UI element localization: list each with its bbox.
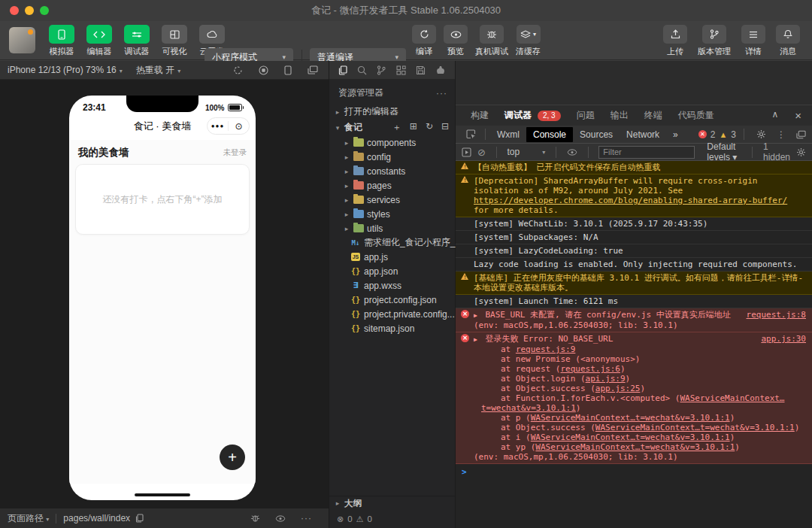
- dock-side-icon[interactable]: [796, 130, 806, 139]
- kebab-menu-icon[interactable]: ⋮: [777, 129, 786, 140]
- devtools-tab-sources[interactable]: Sources: [573, 127, 620, 142]
- user-avatar[interactable]: [9, 27, 35, 53]
- console-prompt[interactable]: >: [456, 464, 812, 480]
- console-source-link[interactable]: request.js:8: [747, 310, 806, 320]
- console-warning[interactable]: [Deprecation] SharedArrayBuffer will req…: [456, 174, 812, 217]
- details-button[interactable]: 详情: [741, 25, 765, 57]
- simulator-toggle-button[interactable]: 模拟器: [45, 25, 78, 57]
- more-icon[interactable]: ···: [436, 88, 447, 99]
- eye-icon[interactable]: [567, 149, 577, 156]
- console-log[interactable]: Lazy code loading is enabled. Only injec…: [456, 258, 812, 272]
- console-link[interactable]: app.js:25: [595, 384, 641, 393]
- hand-icon[interactable]: [435, 65, 446, 74]
- tree-folder-utils[interactable]: ▸ utils: [329, 221, 455, 235]
- clear-cache-button[interactable]: ▾ 清缓存: [516, 25, 541, 57]
- console-link[interactable]: https://developer.chrome.com/blog/enabli…: [474, 196, 787, 205]
- inspect-element-icon[interactable]: [466, 129, 476, 139]
- restart-icon[interactable]: [233, 65, 243, 75]
- console-link[interactable]: request.js:6: [560, 364, 620, 374]
- collapse-all-icon[interactable]: ⊟: [441, 121, 449, 134]
- console-log[interactable]: [system] LazyCodeLoading: true: [456, 244, 812, 258]
- tree-folder-components[interactable]: ▸ components: [329, 135, 455, 150]
- tree-folder-styles[interactable]: ▸ styles: [329, 207, 455, 221]
- refresh-icon[interactable]: ↻: [426, 121, 433, 134]
- tab-problems[interactable]: 问题: [577, 109, 595, 122]
- tree-file-project-private-config[interactable]: {} project.private.config...: [329, 307, 455, 321]
- console-link[interactable]: WAServiceMainContext…t=wechat&v=3.10.1:1: [595, 423, 795, 432]
- tree-folder-pages[interactable]: ▸ pages: [329, 178, 455, 193]
- console-log[interactable]: [system] Launch Time: 6121 ms: [456, 295, 812, 308]
- bug-icon[interactable]: [250, 514, 260, 523]
- project-root-section[interactable]: ▾ 食记 ＋ ⊞ ↻ ⊟: [329, 120, 455, 135]
- tree-file-sitemap-json[interactable]: {} sitemap.json: [329, 321, 455, 335]
- tree-file-project-config[interactable]: {} project.config.json: [329, 293, 455, 307]
- capsule-exit-button[interactable]: ⊙: [229, 121, 249, 132]
- console-settings-gear-icon[interactable]: [796, 147, 806, 157]
- console-link[interactable]: WAServiceMainContext…t=wechat&v=3.10.1:1: [535, 442, 735, 452]
- settings-gear-icon[interactable]: [756, 129, 766, 139]
- save-icon[interactable]: [416, 65, 426, 75]
- outline-section[interactable]: ▸ 大纲: [329, 496, 455, 510]
- expand-triangle-icon[interactable]: ▶: [474, 336, 477, 343]
- capsule-more-button[interactable]: ●●●: [208, 123, 228, 129]
- copy-icon[interactable]: [135, 514, 144, 523]
- expand-triangle-icon[interactable]: ▶: [474, 312, 477, 319]
- tree-file-app-js[interactable]: JS app.js: [329, 250, 455, 264]
- console-error[interactable]: ✕ request.js:8 ▶ BASE_URL 未配置, 请在 config…: [456, 308, 812, 332]
- hot-reload-select[interactable]: 热重载 开▾: [136, 64, 180, 77]
- tree-file-requirements-md[interactable]: M↓ 需求细化_食记小程序_...: [329, 235, 455, 250]
- tab-code-quality[interactable]: 代码质量: [678, 109, 714, 122]
- console-link[interactable]: api.js:9: [586, 374, 626, 384]
- preview-button[interactable]: 预览: [444, 25, 468, 57]
- tab-debugger[interactable]: 调试器: [504, 109, 532, 122]
- tab-build[interactable]: 构建: [471, 109, 489, 122]
- messages-button[interactable]: 消息: [776, 25, 800, 57]
- new-file-icon[interactable]: ＋: [392, 121, 401, 134]
- console-log[interactable]: [system] Subpackages: N/A: [456, 231, 812, 244]
- rotate-device-icon[interactable]: [284, 65, 292, 75]
- tab-terminal[interactable]: 终端: [644, 109, 662, 122]
- git-branch-icon[interactable]: [377, 65, 386, 75]
- console-log[interactable]: [system] WeChatLib: 3.10.1 (2025.9.17 20…: [456, 217, 812, 231]
- close-panel-icon[interactable]: ×: [795, 109, 801, 122]
- search-icon[interactable]: [357, 65, 367, 75]
- console-link[interactable]: request.js:9: [516, 344, 575, 354]
- devtools-tab-wxml[interactable]: Wxml: [490, 127, 526, 142]
- tree-folder-config[interactable]: ▸ config: [329, 150, 455, 164]
- new-folder-icon[interactable]: ⊞: [410, 121, 417, 134]
- upload-button[interactable]: 上传: [663, 25, 687, 57]
- devtools-tab-console[interactable]: Console: [526, 127, 573, 142]
- open-editors-section[interactable]: ▸ 打开的编辑器: [329, 104, 455, 120]
- context-select[interactable]: top ▾: [507, 147, 545, 157]
- console-filter-input[interactable]: [598, 146, 695, 159]
- tree-folder-constants[interactable]: ▸ constants: [329, 164, 455, 178]
- compile-button[interactable]: 编译: [412, 25, 436, 57]
- tree-file-app-wxss[interactable]: ∃ app.wxss: [329, 278, 455, 293]
- console-warning[interactable]: 【自动热重载】 已开启代码文件保存后自动热重载: [456, 161, 812, 174]
- console-link[interactable]: WAServiceMainContext…t=wechat&v=3.10.1:1: [531, 413, 730, 423]
- tab-output[interactable]: 输出: [611, 109, 629, 122]
- devtools-tab-network[interactable]: Network: [620, 127, 666, 142]
- debugger-toggle-button[interactable]: 调试器: [120, 25, 153, 57]
- log-levels-select[interactable]: Default levels ▾: [707, 141, 741, 162]
- console-error[interactable]: ✕ app.js:30 ▶ 登录失败 Error: NO_BASE_URL at…: [456, 332, 812, 464]
- tree-file-app-json[interactable]: {} app.json: [329, 264, 455, 278]
- tree-folder-services[interactable]: ▸ services: [329, 193, 455, 207]
- live-expression-icon[interactable]: [462, 147, 471, 157]
- console-source-link[interactable]: app.js:30: [761, 334, 806, 344]
- visualizer-toggle-button[interactable]: 可视化: [158, 25, 191, 57]
- add-fab-button[interactable]: +: [220, 445, 245, 470]
- device-select[interactable]: iPhone 12/13 (Pro) 73% 16▾: [8, 65, 123, 75]
- devtools-tab-overflow[interactable]: »: [666, 127, 685, 142]
- collapse-panel-icon[interactable]: ∧: [771, 109, 778, 122]
- eye-icon[interactable]: [275, 515, 286, 522]
- console-link[interactable]: WAServiceMainContext…t=wechat&v=3.10.1:1: [531, 432, 730, 442]
- record-stop-icon[interactable]: [259, 65, 268, 75]
- page-path-selector[interactable]: 页面路径 ▾: [8, 512, 49, 525]
- multi-window-icon[interactable]: [308, 65, 318, 74]
- editor-toggle-button[interactable]: 编辑器: [83, 25, 116, 57]
- clear-console-icon[interactable]: ⊘: [477, 147, 486, 158]
- version-control-button[interactable]: 版本管理: [698, 25, 731, 57]
- files-icon[interactable]: [338, 65, 347, 75]
- device-debug-button[interactable]: 真机调试: [475, 25, 508, 57]
